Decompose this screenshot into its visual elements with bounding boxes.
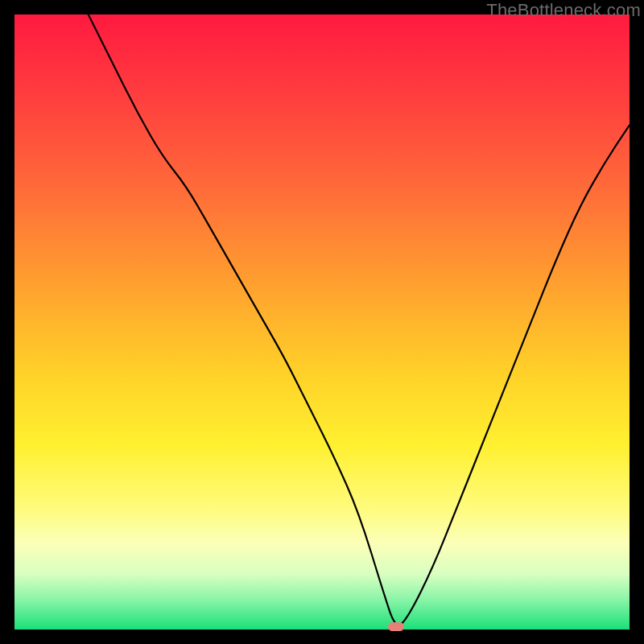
min-point-marker: [388, 622, 404, 631]
plot-area: [14, 14, 630, 630]
watermark-text: TheBottleneck.com: [486, 0, 641, 21]
curve-svg: [14, 14, 630, 630]
bottleneck-curve: [89, 14, 630, 625]
chart-frame: TheBottleneck.com: [0, 0, 644, 644]
